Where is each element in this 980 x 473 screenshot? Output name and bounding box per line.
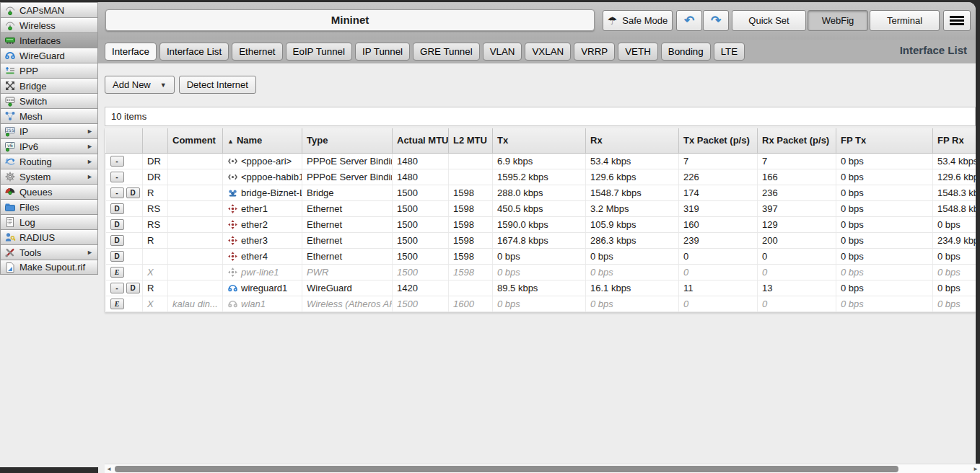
redo-button[interactable]: ↷ <box>703 10 729 31</box>
tab-gre-tunnel[interactable]: GRE Tunnel <box>413 43 480 61</box>
column-header-rx-packet-p-s[interactable]: Rx Packet (p/s) <box>758 128 836 153</box>
enable-button[interactable]: E <box>110 299 124 309</box>
tab-eoip-tunnel[interactable]: EoIP Tunnel <box>286 43 352 61</box>
remove-button[interactable]: - <box>110 156 124 167</box>
sidebar-item-switch[interactable]: Switch <box>0 93 98 108</box>
tab-veth[interactable]: VETH <box>618 43 658 61</box>
interface-row[interactable]: -DR<pppoe-ari>PPPoE Server Binding14806.… <box>106 153 976 169</box>
sidebar-item-interfaces[interactable]: Interfaces <box>0 32 98 48</box>
disable-button[interactable]: D <box>110 219 124 230</box>
sidebar-item-ipv6[interactable]: IPv6► <box>0 138 98 154</box>
tab-lte[interactable]: LTE <box>714 43 745 61</box>
sidebar-item-capsman[interactable]: CAPsMAN <box>0 2 98 17</box>
sidebar-item-ppp[interactable]: PPP <box>0 63 98 78</box>
horizontal-scrollbar[interactable]: ◄ ► <box>105 464 980 473</box>
tab-interface-list[interactable]: Interface List <box>159 43 229 61</box>
sidebar-item-bridge[interactable]: Bridge <box>0 78 98 93</box>
remove-button[interactable]: - <box>110 283 124 293</box>
tab-interface[interactable]: Interface <box>105 43 157 61</box>
row-flags: X <box>147 267 154 278</box>
scroll-right-arrow[interactable]: ► <box>973 466 979 472</box>
scrollbar-thumb[interactable] <box>115 466 898 472</box>
tab-vxlan[interactable]: VXLAN <box>525 43 571 61</box>
add-new-label: Add New <box>113 79 151 90</box>
webfig-button[interactable]: WebFig <box>808 10 868 31</box>
enable-button[interactable]: E <box>110 267 124 278</box>
column-header-comment[interactable]: Comment <box>168 128 223 153</box>
remove-button[interactable]: - <box>110 172 124 182</box>
ppp-icon <box>4 65 16 76</box>
column-header-label: Tx <box>497 135 508 146</box>
disable-button[interactable]: D <box>126 283 140 293</box>
row-actual-mtu: 1500 <box>397 203 418 214</box>
remove-button[interactable]: - <box>110 187 124 198</box>
interface-row[interactable]: DRSether2Ethernet150015981590.0 kbps105.… <box>106 216 976 232</box>
sidebar-item-radius[interactable]: RADIUS <box>0 229 98 244</box>
disable-button[interactable]: D <box>110 235 124 246</box>
interface-row[interactable]: -DRwireguard1WireGuard142089.5 kbps16.1 … <box>106 280 976 296</box>
tab-ethernet[interactable]: Ethernet <box>232 43 282 61</box>
column-header-fp-tx[interactable]: FP Tx <box>836 128 933 153</box>
interface-row[interactable]: DRSether1Ethernet15001598450.5 kbps3.2 M… <box>106 200 976 216</box>
sidebar-item-ip[interactable]: IP► <box>0 123 98 138</box>
disable-button[interactable]: D <box>110 203 124 214</box>
column-header-tx-packet-p-s[interactable]: Tx Packet (p/s) <box>679 128 758 153</box>
add-new-button[interactable]: Add New ▼ <box>105 76 175 94</box>
tab-vrrp[interactable]: VRRP <box>574 43 615 61</box>
quick-set-button[interactable]: Quick Set <box>732 10 806 31</box>
row-fp-rx: 0 bps <box>937 283 961 293</box>
safe-mode-button[interactable]: ☂ Safe Mode <box>603 10 673 31</box>
sidebar-item-tools[interactable]: Tools► <box>0 244 98 260</box>
sidebar-item-files[interactable]: Files <box>0 199 98 214</box>
row-fp-rx: 234.9 kbps <box>937 235 976 246</box>
interface-row[interactable]: EXkalau din...wlan1Wireless (Atheros AR9… <box>106 296 976 311</box>
terminal-button[interactable]: Terminal <box>870 10 940 31</box>
row-actual-mtu: 1480 <box>397 156 418 167</box>
menu-button[interactable] <box>943 10 971 31</box>
row-actual-mtu: 1420 <box>397 283 418 293</box>
tab-ip-tunnel[interactable]: IP Tunnel <box>355 43 410 61</box>
column-header-l2-mtu[interactable]: L2 MTU <box>449 128 493 153</box>
column-header-fp-rx[interactable]: FP Rx <box>933 128 976 153</box>
sidebar-item-routing[interactable]: Routing► <box>0 154 98 169</box>
sidebar-item-make-supout-rif[interactable]: Make Supout.rif <box>0 260 98 275</box>
interface-name: bridge-Biznet-L <box>241 187 302 198</box>
interface-row[interactable]: Dether4Ethernet150015980 bps0 bps000 bps… <box>106 248 976 264</box>
undo-button[interactable]: ↶ <box>676 10 702 31</box>
interface-row[interactable]: -DRbridge-Biznet-LBridge15001598288.0 kb… <box>106 185 976 200</box>
column-header-rx[interactable]: Rx <box>586 128 679 153</box>
row-fp-tx: 0 bps <box>841 283 864 293</box>
interface-row[interactable]: DRether3Ethernet150015981674.8 kbps286.3… <box>106 232 976 248</box>
interface-row[interactable]: EXpwr-line1PWR150015980 bps0 bps000 bps0… <box>106 264 976 280</box>
terminal-label: Terminal <box>887 15 922 26</box>
detect-internet-button[interactable]: Detect Internet <box>179 76 256 94</box>
sidebar-item-queues[interactable]: Queues <box>0 184 98 199</box>
tab-bonding[interactable]: Bonding <box>661 43 711 61</box>
row-rx-packet: 397 <box>762 203 778 214</box>
interface-name: ether2 <box>241 219 268 230</box>
column-header-blank-1[interactable] <box>143 128 168 153</box>
sidebar-item-mesh[interactable]: Mesh <box>0 108 98 123</box>
tab-vlan[interactable]: VLAN <box>483 43 522 61</box>
sidebar-item-system[interactable]: System► <box>0 169 98 184</box>
column-header-label: Rx Packet (p/s) <box>762 135 829 146</box>
column-header-name[interactable]: ▲Name <box>223 128 302 153</box>
row-fp-tx: 0 bps <box>841 299 864 309</box>
column-header-tx[interactable]: Tx <box>493 128 586 153</box>
disable-button[interactable]: D <box>126 187 140 198</box>
disable-button[interactable]: D <box>110 251 124 262</box>
sidebar-item-wireguard[interactable]: WireGuard <box>0 48 98 63</box>
row-type: Ethernet <box>307 235 342 246</box>
row-rx-packet: 0 <box>762 267 767 278</box>
sidebar-item-log[interactable]: Log <box>0 214 98 229</box>
column-header-blank-0[interactable] <box>106 128 143 153</box>
row-type: PPPoE Server Binding <box>307 156 393 167</box>
scroll-left-arrow[interactable]: ◄ <box>106 466 112 472</box>
row-tx-packet: 7 <box>683 156 688 167</box>
toolbar: Add New ▼ Detect Internet <box>98 63 976 94</box>
interface-name: <pppoe-ari> <box>241 156 292 167</box>
column-header-type[interactable]: Type <box>302 128 393 153</box>
column-header-actual-mtu[interactable]: Actual MTU <box>393 128 449 153</box>
interface-row[interactable]: -DR<pppoe-habib1PPPoE Server Binding1480… <box>106 169 976 185</box>
sidebar-item-wireless[interactable]: Wireless <box>0 17 98 32</box>
